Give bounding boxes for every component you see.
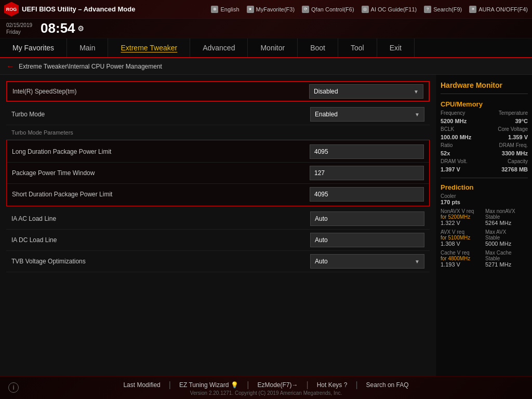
- speedstep-label: Intel(R) SpeedStep(tm): [12, 88, 309, 95]
- myfavorite-btn[interactable]: ★ MyFavorite(F3): [247, 6, 295, 13]
- tab-exit[interactable]: Exit: [377, 38, 415, 57]
- pred-cache-req: Cache V req for 4800MHz 1.193 V: [441, 250, 483, 268]
- bclk-values: 100.00 MHz 1.359 V: [441, 134, 528, 140]
- info-icon[interactable]: i: [8, 382, 19, 393]
- back-arrow-icon[interactable]: ←: [6, 62, 15, 71]
- tvb-dropdown-arrow-icon: ▼: [415, 259, 420, 264]
- speedstep-value: Disabled: [314, 88, 338, 95]
- tab-main[interactable]: Main: [67, 38, 108, 57]
- tvb-value: Auto: [315, 258, 328, 265]
- bclk-label: BCLK: [441, 126, 454, 132]
- bios-title: ROG UEFI BIOS Utility – Advanced Mode: [4, 2, 139, 17]
- cpu-stats-group: Frequency Temperature 5200 MHz 39°C BCLK…: [441, 110, 528, 172]
- speedstep-control: Disabled ▼: [309, 84, 423, 99]
- hotkeys-link[interactable]: Hot Keys ?: [309, 381, 356, 389]
- capacity-label: Capacity: [508, 158, 528, 164]
- pred-max-cache: Max Cache Stable 5271 MHz: [485, 250, 528, 268]
- pkg-time-label: Package Power Time Window: [12, 169, 310, 177]
- max-nonavx-stable: Stable: [485, 214, 528, 220]
- turbo-mode-value: Enabled: [315, 111, 338, 118]
- time-value: 08:54: [41, 20, 75, 36]
- dram-volt-label: DRAM Volt.: [441, 158, 468, 164]
- frequency-stat: Frequency Temperature: [441, 110, 528, 116]
- pkg-time-control: 127: [310, 166, 424, 180]
- ez-tuning-link[interactable]: EZ Tuning Wizard 💡: [171, 381, 247, 389]
- top-bar: ROG UEFI BIOS Utility – Advanced Mode ⊕ …: [0, 0, 532, 19]
- ratio-value: 52x: [441, 150, 450, 156]
- copyright-text: Version 2.20.1271. Copyright (C) 2019 Am…: [190, 390, 342, 396]
- tvb-dropdown[interactable]: Auto ▼: [310, 254, 424, 269]
- pkg-time-value: 127: [314, 169, 325, 177]
- short-duration-input[interactable]: 4095: [310, 187, 424, 202]
- clock-time: 08:54 ⚙: [41, 20, 84, 36]
- turbo-mode-label: Turbo Mode: [11, 111, 310, 118]
- ia-ac-value: Auto: [315, 215, 328, 222]
- settings-gear-icon[interactable]: ⚙: [77, 24, 84, 33]
- last-modified-link[interactable]: Last Modified: [115, 381, 168, 389]
- dram-volt-values: 1.397 V 32768 MB: [441, 166, 528, 172]
- max-cache-stable: Stable: [485, 256, 528, 261]
- tab-tool[interactable]: Tool: [338, 38, 377, 57]
- breadcrumb: ← Extreme Tweaker\Internal CPU Power Man…: [0, 58, 532, 75]
- tab-extreme-tweaker[interactable]: Extreme Tweaker: [108, 38, 190, 57]
- search-icon: ?: [424, 6, 431, 13]
- speedstep-row: Intel(R) SpeedStep(tm) Disabled ▼: [6, 81, 430, 102]
- aura-label: AURA ON/OFF(F4): [478, 6, 528, 12]
- cache-freq-label: for 4800MHz: [441, 256, 483, 261]
- ia-dc-input[interactable]: Auto: [310, 233, 424, 247]
- tab-monitor[interactable]: Monitor: [248, 38, 298, 57]
- search-faq-link[interactable]: Search on FAQ: [358, 381, 417, 389]
- bios-title-text: UEFI BIOS Utility – Advanced Mode: [22, 5, 135, 13]
- tvb-label: TVB Voltage Optimizations: [11, 258, 310, 265]
- aura-btn[interactable]: ☀ AURA ON/OFF(F4): [469, 6, 528, 13]
- myfavorite-label: MyFavorite(F3): [256, 6, 295, 12]
- pkg-time-input[interactable]: 127: [310, 166, 424, 180]
- search-label: Search(F9): [433, 6, 462, 12]
- ai-icon: ◎: [362, 6, 369, 13]
- hardware-monitor-sidebar: Hardware Monitor CPU/Memory Frequency Te…: [436, 75, 532, 376]
- max-nonavx-label: Max nonAVX: [485, 208, 528, 214]
- bclk-value: 100.00 MHz: [441, 134, 471, 140]
- dram-volt-value: 1.397 V: [441, 166, 460, 172]
- long-duration-input[interactable]: 4095: [310, 144, 424, 159]
- turbo-mode-dropdown[interactable]: Enabled ▼: [310, 107, 424, 122]
- dropdown-arrow-icon: ▼: [414, 89, 419, 95]
- ai-oc-btn[interactable]: ◎ AI OC Guide(F11): [362, 6, 417, 13]
- dropdown-arrow-icon: ▼: [415, 112, 420, 117]
- prediction-title: Prediction: [441, 181, 528, 193]
- pred-nonAVX-req: NonAVX V req for 5200MHz 1.322 V: [441, 208, 483, 226]
- pkg-time-row: Package Power Time Window 127: [7, 163, 429, 184]
- tab-my-favorites[interactable]: My Favorites: [0, 38, 67, 57]
- date-text: 02/15/2019: [6, 22, 32, 29]
- ratio-label: Ratio: [441, 142, 453, 148]
- ia-ac-row: IA AC Load Line Auto: [6, 208, 430, 230]
- tab-boot[interactable]: Boot: [298, 38, 338, 57]
- globe-icon: ⊕: [211, 6, 218, 13]
- ratio-stat: Ratio DRAM Freq.: [441, 142, 528, 148]
- ia-dc-label: IA DC Load Line: [11, 236, 310, 244]
- star-icon: ★: [247, 6, 254, 13]
- tab-advanced[interactable]: Advanced: [190, 38, 248, 57]
- speedstep-dropdown[interactable]: Disabled ▼: [309, 84, 423, 99]
- tvb-control: Auto ▼: [310, 254, 424, 269]
- ia-ac-input[interactable]: Auto: [310, 211, 424, 226]
- turbo-mode-control: Enabled ▼: [310, 107, 424, 122]
- ia-ac-label: IA AC Load Line: [11, 215, 310, 222]
- qfan-label: Qfan Control(F6): [311, 6, 354, 12]
- max-cache-label: Max Cache: [485, 250, 528, 256]
- long-duration-row: Long Duration Package Power Limit 4095: [7, 141, 429, 163]
- main-layout: Intel(R) SpeedStep(tm) Disabled ▼ Turbo …: [0, 75, 532, 376]
- day-text: Friday: [6, 29, 32, 35]
- short-duration-control: 4095: [310, 187, 424, 202]
- nonavx-freq-label: for 5200MHz: [441, 214, 483, 220]
- cooler-value: 170 pts: [441, 199, 528, 205]
- search-btn[interactable]: ? Search(F9): [424, 6, 462, 13]
- language-selector[interactable]: ⊕ English: [211, 6, 239, 13]
- qfan-btn[interactable]: ⟳ Qfan Control(F6): [302, 6, 354, 13]
- short-duration-label: Short Duration Package Power Limit: [12, 191, 310, 198]
- language-label: English: [220, 6, 239, 12]
- cache-req-label: Cache V req: [441, 250, 483, 256]
- core-voltage-value: 1.359 V: [508, 134, 528, 140]
- pred-pair-2: Cache V req for 4800MHz 1.193 V Max Cach…: [441, 250, 528, 268]
- ezmode-link[interactable]: EzMode(F7)→: [249, 381, 306, 389]
